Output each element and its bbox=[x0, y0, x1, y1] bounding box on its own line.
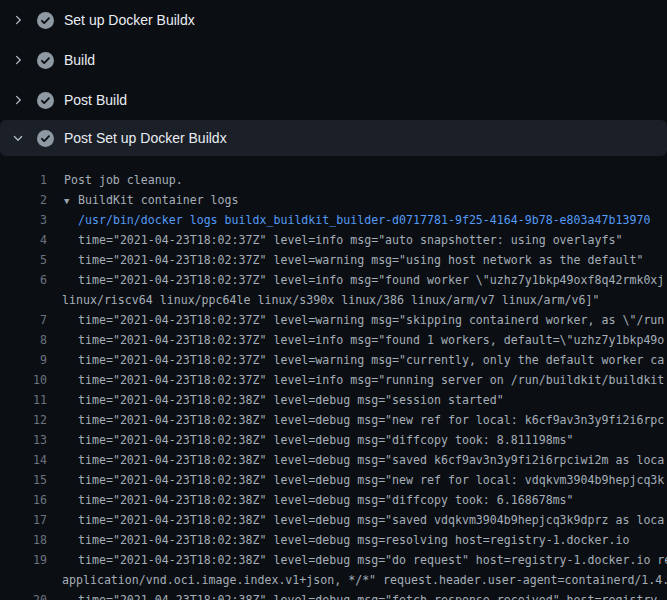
steps-list: Set up Docker Buildx Build P bbox=[0, 0, 667, 156]
log-line: 14 time="2021-04-23T18:02:38Z" level=deb… bbox=[0, 450, 667, 470]
log-line-text: time="2021-04-23T18:02:37Z" level=info m… bbox=[78, 333, 664, 347]
log-line: 11 time="2021-04-23T18:02:38Z" level=deb… bbox=[0, 390, 667, 410]
log-line: 1 Post job cleanup. bbox=[0, 170, 667, 190]
log-line-text: time="2021-04-23T18:02:38Z" level=debug … bbox=[78, 473, 664, 487]
log-line-number[interactable]: 16 bbox=[0, 493, 47, 507]
log-line: 5 time="2021-04-23T18:02:37Z" level=warn… bbox=[0, 250, 667, 270]
log-line-text: time="2021-04-23T18:02:37Z" level=warnin… bbox=[78, 353, 664, 367]
step-header-build[interactable]: Build bbox=[0, 40, 667, 80]
log-line-text: time="2021-04-23T18:02:38Z" level=debug … bbox=[78, 593, 664, 600]
log-line-number[interactable]: 3 bbox=[0, 213, 47, 227]
log-line-number[interactable]: 2 bbox=[0, 193, 47, 207]
log-line-number[interactable]: 1 bbox=[0, 173, 47, 187]
log-line-text: /usr/bin/docker logs buildx_buildkit_bui… bbox=[78, 213, 650, 227]
log-line-number[interactable]: 6 bbox=[0, 273, 47, 287]
step-title: Post Set up Docker Buildx bbox=[64, 130, 227, 146]
group-label[interactable]: BuildKit container logs bbox=[78, 193, 239, 207]
log-line: 9 time="2021-04-23T18:02:37Z" level=warn… bbox=[0, 350, 667, 370]
log-line-text: time="2021-04-23T18:02:38Z" level=debug … bbox=[78, 453, 664, 467]
step-header-post-set-up-docker-buildx[interactable]: Post Set up Docker Buildx bbox=[0, 120, 667, 156]
chevron-down-icon bbox=[12, 132, 24, 144]
log-line: 6 time="2021-04-23T18:02:37Z" level=info… bbox=[0, 270, 667, 290]
log-line-text: time="2021-04-23T18:02:38Z" level=debug … bbox=[78, 433, 574, 447]
chevron-right-icon bbox=[12, 14, 24, 26]
log-line-text: time="2021-04-23T18:02:37Z" level=info m… bbox=[78, 373, 664, 387]
step-title: Build bbox=[64, 52, 95, 68]
step-header-post-build[interactable]: Post Build bbox=[0, 80, 667, 120]
log-line-text: time="2021-04-23T18:02:38Z" level=debug … bbox=[78, 413, 664, 427]
log-line: 15 time="2021-04-23T18:02:38Z" level=deb… bbox=[0, 470, 667, 490]
check-circle-icon bbox=[37, 12, 54, 29]
log-line-number[interactable]: 20 bbox=[0, 593, 47, 600]
log-line: 13 time="2021-04-23T18:02:38Z" level=deb… bbox=[0, 430, 667, 450]
log-line: linux/riscv64 linux/ppc64le linux/s390x … bbox=[0, 290, 667, 310]
log-line: 4 time="2021-04-23T18:02:37Z" level=info… bbox=[0, 230, 667, 250]
log-line-number[interactable]: 4 bbox=[0, 233, 47, 247]
log-line-text[interactable]: ▼BuildKit container logs bbox=[64, 193, 239, 207]
log-line: 20 time="2021-04-23T18:02:38Z" level=deb… bbox=[0, 590, 667, 600]
log-line-text: time="2021-04-23T18:02:37Z" level=info m… bbox=[78, 273, 664, 287]
log-line-text: time="2021-04-23T18:02:38Z" level=debug … bbox=[78, 513, 664, 527]
log-line: 18 time="2021-04-23T18:02:38Z" level=deb… bbox=[0, 530, 667, 550]
log-line-text: linux/riscv64 linux/ppc64le linux/s390x … bbox=[62, 293, 599, 307]
log-line-text: Post job cleanup. bbox=[64, 173, 183, 187]
log-line-number[interactable]: 10 bbox=[0, 373, 47, 387]
log-line-number[interactable]: 12 bbox=[0, 413, 47, 427]
check-circle-icon bbox=[37, 130, 54, 147]
log-line-text: time="2021-04-23T18:02:37Z" level=warnin… bbox=[78, 313, 664, 327]
step-header-set-up-docker-buildx[interactable]: Set up Docker Buildx bbox=[0, 0, 667, 40]
chevron-right-icon bbox=[12, 94, 24, 106]
log-line-text: application/vnd.oci.image.index.v1+json,… bbox=[62, 573, 667, 587]
check-circle-icon bbox=[37, 92, 54, 109]
log-line-number[interactable]: 13 bbox=[0, 433, 47, 447]
step-title: Post Build bbox=[64, 92, 127, 108]
log-output: 1 Post job cleanup. 2 ▼BuildKit containe… bbox=[0, 160, 667, 600]
log-line: 7 time="2021-04-23T18:02:37Z" level=warn… bbox=[0, 310, 667, 330]
log-line-text: time="2021-04-23T18:02:37Z" level=warnin… bbox=[78, 253, 643, 267]
log-line: application/vnd.oci.image.index.v1+json,… bbox=[0, 570, 667, 590]
log-line: 10 time="2021-04-23T18:02:37Z" level=inf… bbox=[0, 370, 667, 390]
log-line-text: time="2021-04-23T18:02:37Z" level=info m… bbox=[78, 233, 622, 247]
log-line-text: time="2021-04-23T18:02:38Z" level=debug … bbox=[78, 533, 629, 547]
chevron-right-icon bbox=[12, 54, 24, 66]
log-line-number[interactable]: 18 bbox=[0, 533, 47, 547]
log-line-number[interactable]: 17 bbox=[0, 513, 47, 527]
log-line-text: time="2021-04-23T18:02:38Z" level=debug … bbox=[78, 393, 504, 407]
log-line: 16 time="2021-04-23T18:02:38Z" level=deb… bbox=[0, 490, 667, 510]
log-line-number[interactable]: 5 bbox=[0, 253, 47, 267]
log-line-text: time="2021-04-23T18:02:38Z" level=debug … bbox=[78, 493, 574, 507]
log-line-number[interactable]: 11 bbox=[0, 393, 47, 407]
log-line: 8 time="2021-04-23T18:02:37Z" level=info… bbox=[0, 330, 667, 350]
log-line: 3 /usr/bin/docker logs buildx_buildkit_b… bbox=[0, 210, 667, 230]
group-toggle-icon[interactable]: ▼ bbox=[64, 196, 78, 206]
log-line: 12 time="2021-04-23T18:02:38Z" level=deb… bbox=[0, 410, 667, 430]
log-line-number[interactable]: 15 bbox=[0, 473, 47, 487]
log-line-number[interactable]: 7 bbox=[0, 313, 47, 327]
log-line: 19 time="2021-04-23T18:02:38Z" level=deb… bbox=[0, 550, 667, 570]
step-title: Set up Docker Buildx bbox=[64, 12, 195, 28]
log-line-number[interactable]: 9 bbox=[0, 353, 47, 367]
log-line-number[interactable]: 14 bbox=[0, 453, 47, 467]
log-line-text: time="2021-04-23T18:02:38Z" level=debug … bbox=[78, 553, 667, 567]
check-circle-icon bbox=[37, 52, 54, 69]
log-line: 2 ▼BuildKit container logs bbox=[0, 190, 667, 210]
log-line-number[interactable]: 8 bbox=[0, 333, 47, 347]
actions-log-viewer: Set up Docker Buildx Build P bbox=[0, 0, 667, 600]
log-line: 17 time="2021-04-23T18:02:38Z" level=deb… bbox=[0, 510, 667, 530]
log-line-number[interactable]: 19 bbox=[0, 553, 47, 567]
